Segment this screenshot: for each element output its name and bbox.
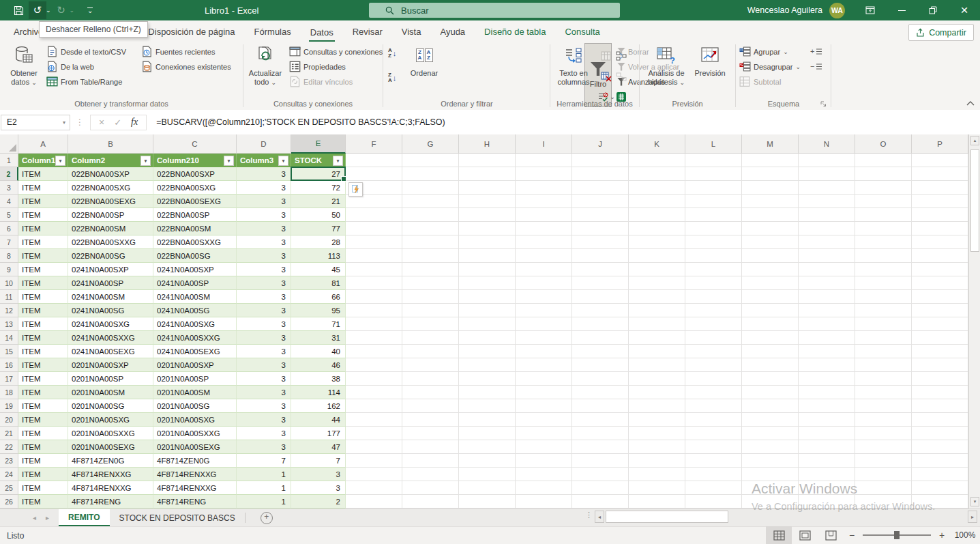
cell[interactable] bbox=[572, 317, 629, 331]
cell[interactable] bbox=[459, 304, 516, 317]
cell[interactable] bbox=[402, 399, 459, 413]
cell[interactable] bbox=[629, 304, 685, 317]
cell-C2[interactable]: 022BN0A00SXP bbox=[153, 167, 237, 181]
cell[interactable] bbox=[459, 276, 516, 290]
cell[interactable] bbox=[855, 495, 912, 509]
cell-E5[interactable]: 50 bbox=[291, 208, 346, 222]
column-header-O[interactable]: O bbox=[855, 134, 912, 154]
cell-D9[interactable]: 3 bbox=[237, 263, 291, 276]
sort-button[interactable]: ZA AZ Ordenar bbox=[406, 44, 443, 78]
cell[interactable] bbox=[629, 154, 685, 167]
ribbon-tab-f-rmulas[interactable]: Fórmulas bbox=[253, 27, 293, 42]
from-text-csv-button[interactable]: Desde el texto/CSV bbox=[46, 44, 126, 59]
cell[interactable] bbox=[855, 454, 912, 468]
cell[interactable] bbox=[629, 263, 685, 276]
cell[interactable] bbox=[516, 413, 572, 427]
cell[interactable] bbox=[459, 358, 516, 372]
table-column-header[interactable]: Column2▾ bbox=[68, 154, 153, 167]
cell[interactable] bbox=[685, 154, 742, 167]
cell[interactable] bbox=[912, 372, 968, 386]
cell-B24[interactable]: 4F8714RENXXG bbox=[68, 468, 153, 481]
cell-D18[interactable]: 3 bbox=[237, 386, 291, 399]
cell[interactable] bbox=[516, 427, 572, 440]
cell[interactable] bbox=[402, 372, 459, 386]
cell-D21[interactable]: 3 bbox=[237, 427, 291, 440]
cell[interactable] bbox=[572, 345, 629, 358]
cell[interactable] bbox=[799, 427, 855, 440]
cell-A17[interactable]: ITEM bbox=[18, 372, 68, 386]
cell-C19[interactable]: 0201N0A00SG bbox=[153, 399, 237, 413]
cell[interactable] bbox=[912, 304, 968, 317]
cell[interactable] bbox=[402, 290, 459, 304]
cell-E18[interactable]: 114 bbox=[291, 386, 346, 399]
insert-function-button[interactable]: fx bbox=[131, 117, 138, 128]
row-header-25[interactable]: 25 bbox=[0, 481, 18, 495]
cell[interactable] bbox=[799, 317, 855, 331]
cell[interactable] bbox=[855, 208, 912, 222]
cell-D11[interactable]: 3 bbox=[237, 290, 291, 304]
cell[interactable] bbox=[346, 440, 402, 454]
row-header-20[interactable]: 20 bbox=[0, 413, 18, 427]
cell[interactable] bbox=[572, 399, 629, 413]
cell[interactable] bbox=[912, 468, 968, 481]
cell-A6[interactable]: ITEM bbox=[18, 222, 68, 235]
row-header-15[interactable]: 15 bbox=[0, 345, 18, 358]
cell-E11[interactable]: 66 bbox=[291, 290, 346, 304]
cell[interactable] bbox=[855, 222, 912, 235]
page-break-view-button[interactable] bbox=[818, 526, 844, 544]
cell-A18[interactable]: ITEM bbox=[18, 386, 68, 399]
column-header-J[interactable]: J bbox=[572, 134, 629, 154]
column-header-M[interactable]: M bbox=[742, 134, 799, 154]
cell[interactable] bbox=[516, 249, 572, 263]
cell[interactable] bbox=[346, 481, 402, 495]
cell-A24[interactable]: ITEM bbox=[18, 468, 68, 481]
cell[interactable] bbox=[572, 386, 629, 399]
cell[interactable] bbox=[572, 331, 629, 345]
cell[interactable] bbox=[742, 427, 799, 440]
cell[interactable] bbox=[459, 208, 516, 222]
cell-C9[interactable]: 0241N0A00SXP bbox=[153, 263, 237, 276]
cell[interactable] bbox=[459, 468, 516, 481]
cell[interactable] bbox=[629, 167, 685, 181]
cell[interactable] bbox=[855, 331, 912, 345]
get-data-button[interactable]: Obtener datos ⌄ bbox=[4, 44, 44, 87]
cell[interactable] bbox=[459, 495, 516, 509]
cell[interactable] bbox=[629, 249, 685, 263]
cell[interactable] bbox=[742, 263, 799, 276]
existing-connections-button[interactable]: Conexiones existentes bbox=[141, 59, 231, 74]
show-detail-button[interactable]: + bbox=[810, 44, 822, 59]
text-to-columns-button[interactable]: Texto en columnas bbox=[552, 44, 595, 87]
cell-C8[interactable]: 022BN0A00SG bbox=[153, 249, 237, 263]
cell[interactable] bbox=[685, 358, 742, 372]
cell-C13[interactable]: 0241N0A00SXG bbox=[153, 317, 237, 331]
cell[interactable] bbox=[799, 249, 855, 263]
cell-D7[interactable]: 3 bbox=[237, 235, 291, 249]
cell[interactable] bbox=[402, 481, 459, 495]
cell-B17[interactable]: 0201N0A00SP bbox=[68, 372, 153, 386]
cell[interactable] bbox=[685, 222, 742, 235]
cell[interactable] bbox=[912, 427, 968, 440]
cell[interactable] bbox=[402, 331, 459, 345]
cell[interactable] bbox=[799, 235, 855, 249]
cell-A10[interactable]: ITEM bbox=[18, 276, 68, 290]
cell[interactable] bbox=[912, 399, 968, 413]
cell[interactable] bbox=[799, 413, 855, 427]
cell[interactable] bbox=[572, 481, 629, 495]
cell[interactable] bbox=[572, 208, 629, 222]
cell[interactable] bbox=[629, 181, 685, 195]
cell-E17[interactable]: 38 bbox=[291, 372, 346, 386]
cell[interactable] bbox=[516, 195, 572, 208]
cell-E26[interactable]: 2 bbox=[291, 495, 346, 509]
cell[interactable] bbox=[402, 208, 459, 222]
cell[interactable] bbox=[799, 481, 855, 495]
cell-C6[interactable]: 022BN0A00SM bbox=[153, 222, 237, 235]
cell[interactable] bbox=[742, 345, 799, 358]
cell[interactable] bbox=[516, 331, 572, 345]
name-box-dropdown-icon[interactable]: ▾ bbox=[63, 119, 65, 126]
cell-B7[interactable]: 022BN0A00SXXG bbox=[68, 235, 153, 249]
cell-B12[interactable]: 0241N0A00SG bbox=[68, 304, 153, 317]
row-header-26[interactable]: 26 bbox=[0, 495, 18, 509]
cell[interactable] bbox=[629, 235, 685, 249]
cell[interactable] bbox=[346, 304, 402, 317]
vertical-scroll-thumb[interactable] bbox=[970, 149, 979, 252]
